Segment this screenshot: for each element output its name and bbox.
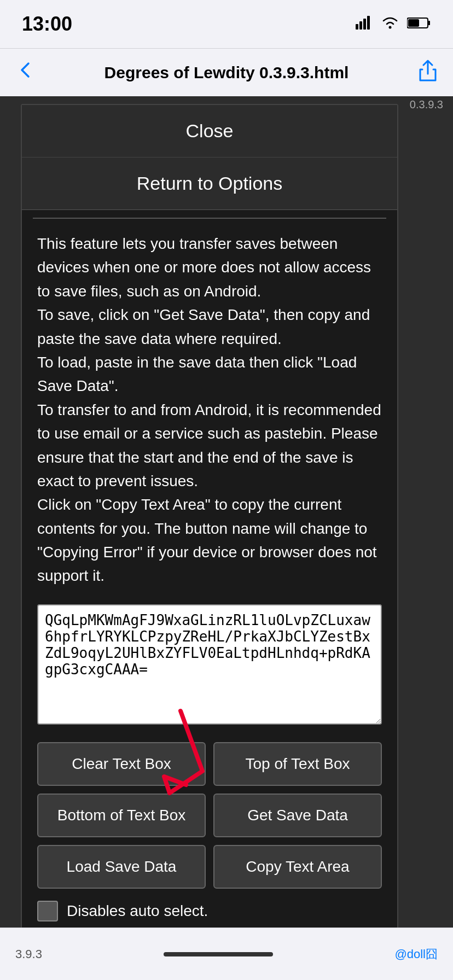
status-icons [356, 15, 431, 33]
doll-badge: @doll囧 [394, 946, 438, 962]
divider [33, 218, 386, 219]
status-bar: 13:00 [0, 0, 453, 48]
system-bottom-bar: 3.9.3 @doll囧 [0, 928, 453, 980]
save-dialog: Close Return to Options This feature let… [21, 104, 398, 980]
bottom-of-text-box-button[interactable]: Bottom of Text Box [37, 794, 206, 837]
home-indicator [164, 952, 273, 956]
clear-text-box-button[interactable]: Clear Text Box [37, 742, 206, 786]
share-icon[interactable] [418, 60, 438, 85]
auto-select-row: Disables auto select. [22, 889, 397, 926]
description-text: This feature lets you transfer saves bet… [22, 226, 397, 599]
svg-rect-1 [359, 21, 362, 30]
version-label: 0.3.9.3 [410, 98, 443, 111]
browser-title: Degrees of Lewdity 0.3.9.3.html [46, 63, 407, 82]
bottom-version: 3.9.3 [15, 947, 42, 961]
auto-select-checkbox[interactable] [37, 901, 58, 921]
get-save-data-button[interactable]: Get Save Data [213, 794, 382, 837]
svg-rect-0 [356, 24, 358, 30]
close-button[interactable]: Close [22, 105, 397, 158]
status-time: 13:00 [22, 13, 72, 36]
copy-text-area-button[interactable]: Copy Text Area [213, 845, 382, 889]
svg-rect-6 [428, 21, 430, 25]
save-data-textarea[interactable]: QGqLpMKWmAgFJ9WxaGLinzRL1luOLvpZCLuxaw6h… [37, 604, 382, 725]
wifi-icon [381, 15, 399, 33]
action-buttons-grid: Clear Text Box Top of Text Box Bottom of… [37, 742, 382, 889]
auto-select-label: Disables auto select. [67, 902, 208, 920]
svg-rect-3 [367, 16, 370, 30]
svg-rect-2 [363, 19, 366, 30]
svg-point-4 [389, 26, 392, 28]
top-of-text-box-button[interactable]: Top of Text Box [213, 742, 382, 786]
return-to-options-button[interactable]: Return to Options [22, 158, 397, 210]
browser-bar: Degrees of Lewdity 0.3.9.3.html [0, 48, 453, 96]
battery-icon [407, 16, 431, 33]
load-save-data-button[interactable]: Load Save Data [37, 845, 206, 889]
back-chevron-icon[interactable] [15, 60, 35, 85]
signal-icon [356, 15, 373, 33]
svg-rect-7 [408, 19, 419, 27]
